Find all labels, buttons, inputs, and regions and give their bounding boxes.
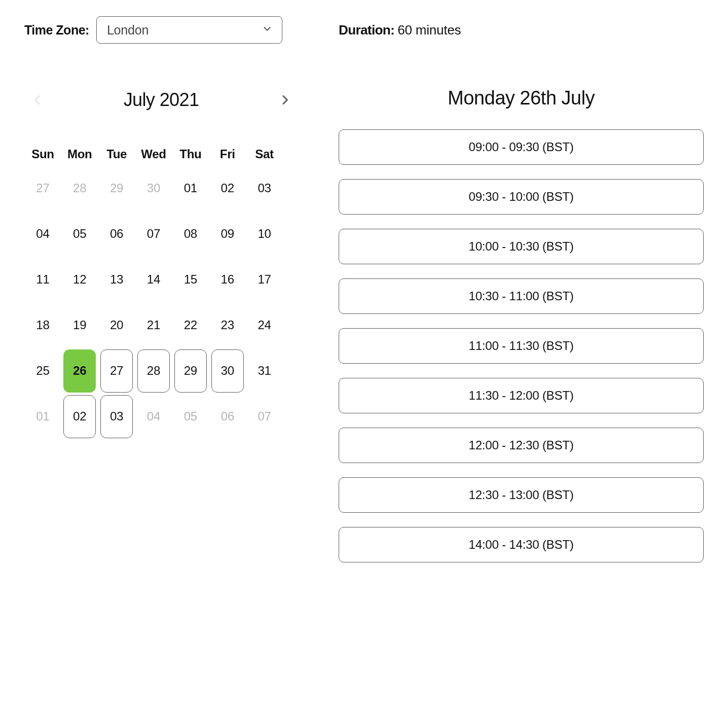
calendar-day: 21 xyxy=(137,304,170,347)
calendar-day: 05 xyxy=(174,395,207,438)
weekday-header: Sun xyxy=(24,143,61,165)
calendar-day: 23 xyxy=(211,304,244,347)
calendar-day: 11 xyxy=(26,258,59,301)
calendar-day: 12 xyxy=(63,258,96,301)
calendar-day: 17 xyxy=(248,258,281,301)
calendar-day: 20 xyxy=(100,304,133,347)
time-slot[interactable]: 10:30 - 11:00 (BST) xyxy=(339,278,704,314)
calendar-day: 13 xyxy=(100,258,133,301)
calendar-day: 19 xyxy=(63,304,96,347)
calendar-day: 06 xyxy=(100,213,133,256)
calendar-day: 24 xyxy=(248,304,281,347)
time-slot[interactable]: 09:30 - 10:00 (BST) xyxy=(339,179,704,215)
calendar-day: 30 xyxy=(137,167,170,210)
timezone-select[interactable]: London xyxy=(96,16,282,44)
weekday-header: Thu xyxy=(172,143,209,165)
time-slot[interactable]: 11:00 - 11:30 (BST) xyxy=(339,328,704,364)
calendar-day: 01 xyxy=(174,167,207,210)
calendar-day: 31 xyxy=(248,349,281,393)
calendar-day: 22 xyxy=(174,304,207,347)
duration-label: Duration: xyxy=(339,22,394,38)
duration-value: 60 minutes xyxy=(397,22,461,38)
calendar-day[interactable]: 26 xyxy=(63,349,96,393)
calendar-day: 10 xyxy=(248,213,281,256)
selected-date-title: Monday 26th July xyxy=(339,87,704,109)
chevron-left-icon xyxy=(31,93,44,107)
calendar-day: 18 xyxy=(26,304,59,347)
calendar-day: 02 xyxy=(211,167,244,210)
calendar-day: 09 xyxy=(211,213,244,256)
calendar-day: 27 xyxy=(26,167,59,210)
calendar-day[interactable]: 28 xyxy=(137,349,170,393)
chevron-down-icon xyxy=(262,23,273,38)
calendar-day[interactable]: 27 xyxy=(100,349,133,393)
calendar-day: 25 xyxy=(26,349,59,393)
calendar-day: 08 xyxy=(174,213,207,256)
weekday-header: Tue xyxy=(98,143,135,165)
calendar-day: 07 xyxy=(137,213,170,256)
time-slot[interactable]: 10:00 - 10:30 (BST) xyxy=(339,229,704,264)
time-slot[interactable]: 09:00 - 09:30 (BST) xyxy=(339,129,704,165)
weekday-header: Mon xyxy=(61,143,98,165)
calendar-day: 15 xyxy=(174,258,207,301)
month-title: July 2021 xyxy=(124,89,199,111)
calendar-day[interactable]: 03 xyxy=(100,395,133,438)
time-slot[interactable]: 12:30 - 13:00 (BST) xyxy=(339,477,704,513)
time-slot[interactable]: 14:00 - 14:30 (BST) xyxy=(339,527,704,562)
calendar-day: 07 xyxy=(248,395,281,438)
time-slot[interactable]: 11:30 - 12:00 (BST) xyxy=(339,378,704,413)
timezone-label: Time Zone: xyxy=(24,23,89,38)
calendar-day[interactable]: 29 xyxy=(174,349,207,393)
calendar-day: 01 xyxy=(26,395,59,438)
calendar-day: 04 xyxy=(137,395,170,438)
weekday-header: Sat xyxy=(246,143,283,165)
calendar-day: 03 xyxy=(248,167,281,210)
calendar-day: 16 xyxy=(211,258,244,301)
calendar-day: 29 xyxy=(100,167,133,210)
timezone-value: London xyxy=(107,23,149,38)
calendar-day: 06 xyxy=(211,395,244,438)
calendar-day[interactable]: 02 xyxy=(63,395,96,438)
calendar-day[interactable]: 30 xyxy=(211,349,244,393)
chevron-right-icon xyxy=(278,93,292,107)
calendar-day: 14 xyxy=(137,258,170,301)
prev-month-button[interactable] xyxy=(28,91,47,109)
weekday-header: Fri xyxy=(209,143,246,165)
calendar-day: 28 xyxy=(63,167,96,210)
calendar-day: 04 xyxy=(26,213,59,256)
calendar-day: 05 xyxy=(63,213,96,256)
weekday-header: Wed xyxy=(135,143,172,165)
time-slot[interactable]: 12:00 - 12:30 (BST) xyxy=(339,428,704,463)
next-month-button[interactable] xyxy=(276,91,294,109)
